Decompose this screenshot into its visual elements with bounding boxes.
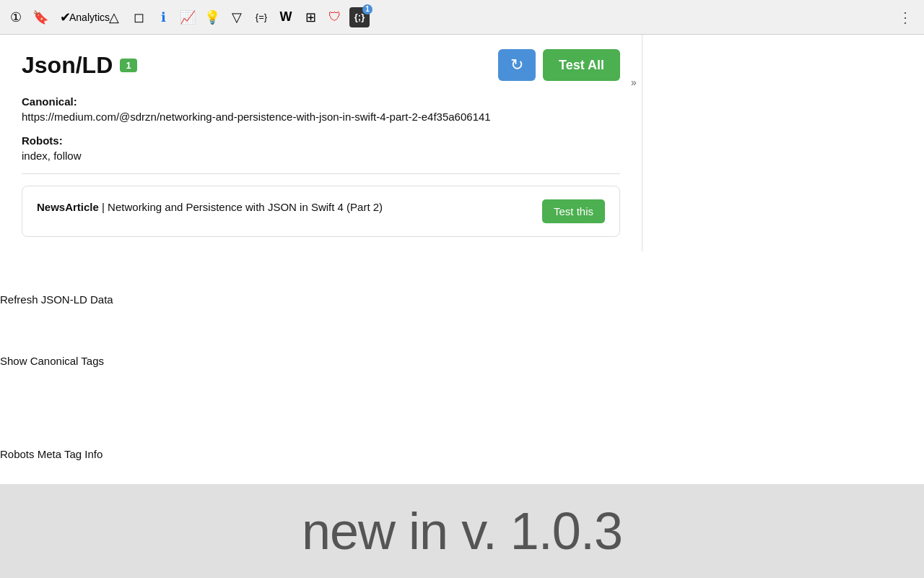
divider <box>22 173 620 174</box>
test-all-button[interactable]: Test All <box>543 49 620 81</box>
bookmark-icon[interactable]: 🔖 <box>30 7 51 27</box>
test-this-button[interactable]: Test this <box>542 199 605 223</box>
down-icon[interactable]: ▽ <box>227 7 247 27</box>
right-panel: Refresh JSON-LD Data Show Canonical Tags… <box>0 251 282 280</box>
refresh-annotation-label: Refresh JSON-LD Data <box>0 293 113 306</box>
drive-icon[interactable]: △ <box>104 7 124 27</box>
news-article-card: NewsArticle | Networking and Persistence… <box>22 186 620 237</box>
count-badge: 1 <box>120 59 137 72</box>
grid-icon[interactable]: ⊞ <box>300 7 321 27</box>
robots-label: Robots: <box>22 134 620 147</box>
password-icon[interactable]: ① <box>6 7 26 27</box>
jsonld-icon[interactable]: {;} 1 <box>349 7 370 27</box>
toolbar: ① 🔖 ✔ Analytics △ ◻ ℹ 📈 💡 ▽ {=} W ⊞ 🛡 {;… <box>0 0 924 35</box>
button-group: ↻ Test All <box>498 49 620 81</box>
card-content-row: NewsArticle | Networking and Persistence… <box>37 199 605 223</box>
robots-annotation-label: Robots Meta Tag Info <box>0 448 103 460</box>
info-icon[interactable]: ℹ <box>153 7 173 27</box>
canonical-value: https://medium.com/@sdrzn/networking-and… <box>22 111 620 123</box>
chart-icon[interactable]: 📈 <box>178 7 198 27</box>
analytics-icon[interactable]: Analytics <box>79 7 100 27</box>
version-text: new in v. 1.0.3 <box>302 501 622 561</box>
canonical-label: Canonical: <box>22 95 620 108</box>
card-description: Networking and Persistence with JSON in … <box>108 201 383 213</box>
card-type: NewsArticle <box>37 201 99 213</box>
page-title: Json/LD <box>22 52 113 79</box>
card-separator: | <box>99 201 108 213</box>
code-icon[interactable]: {=} <box>251 7 271 27</box>
canonical-annotation-label: Show Canonical Tags <box>0 355 104 367</box>
title-area: Json/LD 1 <box>22 52 137 79</box>
card-text: NewsArticle | Networking and Persistence… <box>37 199 533 216</box>
header-row: Json/LD 1 ↻ Test All <box>22 49 620 81</box>
overflow-indicator[interactable]: » <box>631 77 637 88</box>
more-options-button[interactable]: ⋮ <box>892 6 918 29</box>
refresh-button[interactable]: ↻ <box>498 49 536 81</box>
jsonld-badge: 1 <box>362 4 372 14</box>
bulb-icon[interactable]: 💡 <box>202 7 222 27</box>
robots-value: index, follow <box>22 150 620 162</box>
shield-icon[interactable]: 🛡 <box>325 7 345 27</box>
square-icon[interactable]: ◻ <box>128 7 149 27</box>
left-panel: Json/LD 1 ↻ Test All Canonical: https://… <box>0 35 642 251</box>
w-icon[interactable]: W <box>276 7 296 27</box>
bottom-banner: new in v. 1.0.3 <box>0 484 924 578</box>
